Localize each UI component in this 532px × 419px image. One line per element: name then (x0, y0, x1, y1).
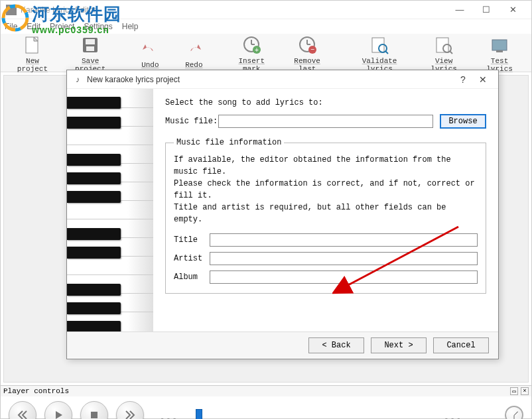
redo-icon (182, 38, 206, 60)
maximize-button[interactable]: ☐ (473, 2, 499, 18)
new-project-dialog: ♪ New karaoke lyrics project ? ✕ Select … (66, 70, 499, 359)
dialog-icon: ♪ (72, 74, 83, 85)
menu-settings[interactable]: Settings (84, 22, 112, 31)
new-project-button[interactable]: New project (5, 32, 60, 74)
stop-button[interactable] (80, 401, 108, 419)
toolbar: New project Save project Undo Redo + Ins… (1, 34, 531, 72)
forward-button[interactable] (116, 401, 144, 419)
svg-rect-3 (86, 46, 94, 51)
help-button[interactable]: ? (453, 74, 473, 85)
svg-rect-20 (492, 40, 507, 50)
new-file-icon (21, 34, 44, 56)
view-lyrics-button[interactable]: View lyrics (416, 32, 472, 74)
player-header: Player controls ▭ × (1, 386, 531, 396)
cancel-button[interactable]: Cancel (433, 337, 489, 353)
undock-icon[interactable]: ▭ (510, 387, 518, 395)
next-button[interactable]: Next > (371, 337, 427, 353)
insert-mark-button[interactable]: + Insert mark (224, 32, 279, 74)
svg-rect-2 (86, 39, 95, 44)
validate-lyrics-button[interactable]: Validate lyrics (343, 32, 416, 74)
title-label: Title (174, 235, 210, 245)
svg-rect-22 (91, 412, 98, 418)
album-label: Album (174, 272, 210, 282)
player-controls: --- --- (1, 396, 531, 419)
undo-button[interactable]: Undo (128, 36, 172, 70)
app-icon (6, 5, 17, 15)
menu-edit[interactable]: Edit (27, 22, 40, 31)
dialog-title: New karaoke lyrics project (87, 75, 453, 84)
select-song-label: Select the song to add lyrics to: (165, 98, 486, 107)
player-panel: Player controls ▭ × --- --- (1, 385, 531, 419)
svg-text:+: + (255, 47, 259, 54)
music-file-label: Music file: (165, 117, 218, 126)
music-file-info-fieldset: Music file information If available, the… (165, 138, 486, 294)
music-file-input[interactable] (218, 115, 433, 128)
window-title: Karaoke Lyrics Editor (21, 5, 446, 15)
dialog-close-button[interactable]: ✕ (473, 74, 493, 85)
title-input[interactable] (210, 233, 478, 247)
svg-line-16 (385, 51, 388, 54)
titlebar: Karaoke Lyrics Editor — ☐ ✕ (1, 1, 531, 19)
back-button[interactable]: < Back (308, 337, 364, 353)
save-icon (78, 34, 102, 56)
svg-rect-21 (496, 50, 503, 52)
slider-thumb[interactable] (196, 409, 202, 419)
test-lyrics-button[interactable]: Test lyrics (472, 32, 527, 74)
validate-icon (367, 34, 391, 56)
artist-label: Artist (174, 254, 210, 263)
dialog-buttons: < Back Next > Cancel (67, 331, 498, 358)
dialog-form: Select the song to add lyrics to: Music … (153, 89, 498, 331)
info-text: If available, the editor obtained the in… (174, 154, 478, 225)
view-icon (432, 34, 456, 56)
fieldset-legend: Music file information (174, 138, 284, 147)
remove-last-icon: − (295, 34, 319, 56)
redo-button[interactable]: Redo (172, 36, 216, 70)
browse-button[interactable]: Browse (440, 114, 486, 129)
save-project-button[interactable]: Save project (60, 32, 120, 74)
rewind-button[interactable] (9, 401, 36, 419)
player-header-label: Player controls (3, 387, 69, 395)
close-panel-icon[interactable]: × (521, 387, 529, 395)
album-input[interactable] (210, 270, 478, 284)
clock-icon (505, 406, 523, 419)
seek-slider[interactable]: --- --- (160, 413, 489, 417)
remove-last-button[interactable]: − Remove last (279, 32, 335, 74)
time-start: --- (160, 414, 178, 419)
dialog-titlebar: ♪ New karaoke lyrics project ? ✕ (67, 70, 498, 89)
undo-icon (138, 38, 162, 60)
insert-mark-icon: + (239, 34, 263, 56)
time-end: --- (444, 414, 462, 419)
close-button[interactable]: ✕ (499, 2, 526, 18)
svg-text:−: − (310, 46, 314, 54)
menu-help[interactable]: Help (122, 22, 139, 31)
play-button[interactable] (44, 401, 72, 419)
minimize-button[interactable]: — (446, 2, 473, 18)
wizard-banner-image (67, 89, 153, 331)
menu-file[interactable]: File (5, 22, 17, 31)
menu-project[interactable]: Project (50, 22, 74, 31)
artist-input[interactable] (210, 252, 478, 265)
test-icon (488, 34, 511, 56)
svg-line-19 (450, 51, 452, 54)
